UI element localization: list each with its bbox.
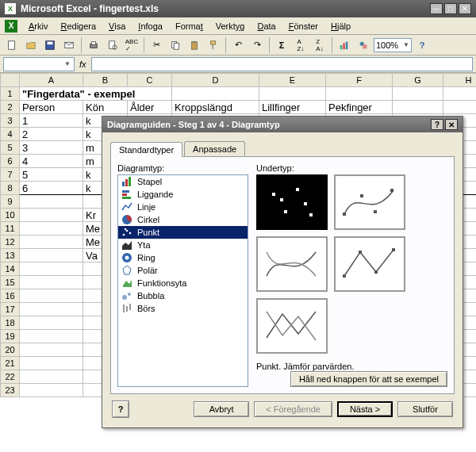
- menu-visa[interactable]: Visa: [104, 20, 130, 33]
- tab-anpassade[interactable]: Anpassade: [184, 141, 245, 156]
- row-header[interactable]: 23: [1, 384, 20, 397]
- format-painter-button[interactable]: [205, 36, 222, 54]
- copy-button[interactable]: [167, 36, 184, 54]
- new-button[interactable]: [3, 36, 21, 54]
- col-header-G[interactable]: G: [393, 74, 443, 87]
- charttype-bors[interactable]: Börs: [118, 302, 248, 315]
- row-header[interactable]: 19: [1, 330, 20, 343]
- finish-button[interactable]: Slutför: [397, 401, 453, 417]
- tab-standardtyper[interactable]: Standardtyper: [110, 142, 182, 157]
- menu-hjalp[interactable]: Hjälp: [326, 20, 355, 33]
- row-header[interactable]: 20: [1, 343, 20, 357]
- row-header[interactable]: 14: [1, 262, 20, 276]
- row-header[interactable]: 2: [1, 101, 20, 114]
- col-header-A[interactable]: A: [20, 74, 83, 87]
- row-header[interactable]: 11: [1, 222, 20, 236]
- charttype-punkt[interactable]: Punkt: [118, 226, 248, 239]
- maximize-button[interactable]: □: [444, 3, 457, 14]
- row-header[interactable]: 3: [1, 114, 20, 128]
- subtype-scatter-lines[interactable]: [256, 298, 328, 354]
- charttype-stapel[interactable]: Stapel: [118, 175, 248, 188]
- cell[interactable]: [443, 101, 477, 114]
- sort-desc-button[interactable]: ZA↓: [311, 36, 328, 54]
- name-box[interactable]: ▼: [3, 57, 75, 71]
- row-header[interactable]: 9: [1, 195, 20, 209]
- cell[interactable]: 6: [20, 182, 83, 195]
- cell[interactable]: [20, 262, 83, 276]
- cell[interactable]: [20, 249, 83, 262]
- cell[interactable]: [20, 236, 83, 249]
- minimize-button[interactable]: —: [430, 3, 443, 14]
- chart-type-listbox[interactable]: Stapel Liggande Linje Cirkel Punkt Yta R…: [117, 174, 248, 387]
- charttype-polar[interactable]: Polär: [118, 264, 248, 277]
- col-header-H[interactable]: H: [443, 74, 477, 87]
- charttype-liggande[interactable]: Liggande: [118, 188, 248, 201]
- row-header[interactable]: 12: [1, 236, 20, 249]
- row-header[interactable]: 18: [1, 316, 20, 330]
- cell[interactable]: Pekfinger: [326, 101, 393, 114]
- spellcheck-button[interactable]: ABC✓: [123, 36, 140, 54]
- cell[interactable]: 5: [20, 168, 83, 182]
- row-header[interactable]: 21: [1, 357, 20, 370]
- close-button[interactable]: ✕: [459, 3, 471, 14]
- row-header[interactable]: 4: [1, 128, 20, 141]
- row-header[interactable]: 17: [1, 303, 20, 316]
- print-button[interactable]: [85, 36, 102, 54]
- cell[interactable]: Kroppslängd: [172, 101, 259, 114]
- sort-asc-button[interactable]: AZ↓: [292, 36, 309, 54]
- row-header[interactable]: 8: [1, 182, 20, 195]
- cell[interactable]: Kön: [83, 101, 128, 114]
- help-button[interactable]: ?: [413, 36, 431, 54]
- charttype-yta[interactable]: Yta: [118, 239, 248, 251]
- cancel-button[interactable]: Avbryt: [194, 401, 249, 417]
- dialog-close-button[interactable]: ✕: [445, 119, 458, 130]
- next-button[interactable]: Nästa >: [337, 401, 393, 417]
- save-button[interactable]: [41, 36, 59, 54]
- row-header[interactable]: 7: [1, 168, 20, 182]
- subtype-scatter-smooth-markers[interactable]: [334, 174, 405, 230]
- row-header[interactable]: 6: [1, 155, 20, 168]
- cut-button[interactable]: ✂: [148, 36, 165, 54]
- col-header-C[interactable]: C: [128, 74, 172, 87]
- cell[interactable]: [20, 209, 83, 222]
- cell[interactable]: [20, 316, 83, 330]
- row-header[interactable]: 13: [1, 249, 20, 262]
- cell[interactable]: [20, 195, 83, 209]
- menu-data[interactable]: Data: [252, 20, 280, 33]
- cell[interactable]: 3: [20, 141, 83, 155]
- menu-arkiv[interactable]: Arkiv: [24, 20, 52, 33]
- drawing-button[interactable]: [355, 36, 372, 54]
- row-header[interactable]: 22: [1, 370, 20, 384]
- paste-button[interactable]: [186, 36, 203, 54]
- subtype-scatter-lines-markers[interactable]: [334, 236, 405, 292]
- cell[interactable]: [20, 384, 83, 397]
- cell[interactable]: Person: [20, 101, 83, 114]
- cell[interactable]: [20, 370, 83, 384]
- cell[interactable]: [20, 330, 83, 343]
- row-header[interactable]: 1: [1, 87, 20, 101]
- subtype-scatter-smooth[interactable]: [256, 236, 328, 292]
- col-header-E[interactable]: E: [259, 74, 326, 87]
- preview-button[interactable]: Håll ned knappen för att se exempel: [290, 371, 447, 387]
- print-preview-button[interactable]: [104, 36, 121, 54]
- row-header[interactable]: 16: [1, 289, 20, 303]
- menu-redigera[interactable]: Redigera: [56, 20, 101, 33]
- dialog-titlebar[interactable]: Diagramguiden - Steg 1 av 4 - Diagramtyp…: [102, 117, 463, 132]
- footer-help-button[interactable]: ?: [112, 400, 129, 418]
- chart-wizard-button[interactable]: [336, 36, 353, 54]
- cell[interactable]: [20, 222, 83, 236]
- menu-format[interactable]: Format: [171, 20, 208, 33]
- mail-button[interactable]: [60, 36, 78, 54]
- cell[interactable]: [20, 357, 83, 370]
- col-header-D[interactable]: D: [172, 74, 259, 87]
- cell[interactable]: "Fingerdata" - exempel: [20, 87, 172, 101]
- cell[interactable]: [393, 101, 443, 114]
- cell[interactable]: [326, 87, 393, 101]
- row-header[interactable]: 10: [1, 209, 20, 222]
- charttype-funktionsyta[interactable]: Funktionsyta: [118, 277, 248, 289]
- cell[interactable]: [20, 289, 83, 303]
- row-header[interactable]: 15: [1, 276, 20, 289]
- cell[interactable]: 1: [20, 114, 83, 128]
- cell[interactable]: [172, 87, 259, 101]
- cell[interactable]: [20, 303, 83, 316]
